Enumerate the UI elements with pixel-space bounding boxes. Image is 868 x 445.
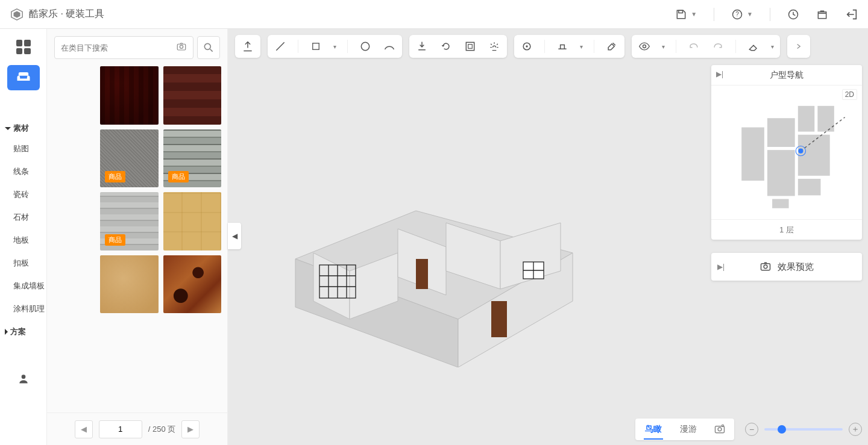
svg-rect-2 xyxy=(679,10,683,13)
help-menu-button[interactable]: ? ▼ xyxy=(731,8,753,20)
chevron-down-icon: ▼ xyxy=(691,11,697,17)
material-tile[interactable] xyxy=(163,255,222,314)
zoom-control: − ＋ xyxy=(745,423,862,436)
material-tile[interactable]: 商品 xyxy=(163,129,222,188)
panel-collapse-button[interactable]: ▶| xyxy=(716,70,723,78)
product-badge: 商品 xyxy=(105,171,125,182)
svg-point-43 xyxy=(718,427,722,431)
floorplan-nav-panel: ▶| 户型导航 2D 1 层 xyxy=(711,65,862,240)
category-item[interactable]: 涂料肌理 xyxy=(5,297,47,320)
material-tile[interactable]: 商品 xyxy=(100,129,159,188)
svg-rect-26 xyxy=(416,259,428,289)
pager: ◀ / 250 页 ▶ xyxy=(47,412,227,445)
svg-text:?: ? xyxy=(735,11,739,17)
category-item[interactable]: 集成墙板 xyxy=(5,275,47,297)
chevron-down-icon[interactable]: ▾ xyxy=(333,43,336,50)
erase-icon[interactable] xyxy=(747,40,760,53)
search-input[interactable] xyxy=(61,43,176,52)
tool-group-shapes: ▾ xyxy=(268,35,402,58)
brand: 酷家乐 · 硬装工具 xyxy=(10,7,104,22)
texture-swatch xyxy=(100,255,159,314)
floorplan-minimap[interactable]: 2D xyxy=(711,86,862,219)
category-item[interactable]: 扣板 xyxy=(5,252,47,275)
arc-tool-icon[interactable] xyxy=(383,40,396,53)
texture-swatch xyxy=(100,66,159,125)
save-menu-button[interactable]: ▼ xyxy=(675,8,697,20)
svg-point-41 xyxy=(764,264,767,268)
target-tool-icon[interactable] xyxy=(520,40,533,53)
category-item[interactable]: 瓷砖 xyxy=(5,183,47,206)
zoom-out-button[interactable]: − xyxy=(745,423,758,436)
collapse-sidebar-button[interactable]: ◀ xyxy=(228,223,241,249)
circle-tool-icon[interactable] xyxy=(359,40,372,53)
undo-icon[interactable] xyxy=(687,40,700,53)
svg-rect-35 xyxy=(817,105,835,132)
top-bar: 酷家乐 · 硬装工具 ▼ ? ▼ xyxy=(0,0,868,29)
material-tile[interactable] xyxy=(100,66,159,125)
category-header-material[interactable]: 素材 xyxy=(5,119,47,137)
search-box[interactable] xyxy=(54,36,193,59)
brand-logo-icon xyxy=(10,7,24,22)
dashboard-button[interactable] xyxy=(16,40,31,54)
effect-preview-panel[interactable]: ▶| 效果预览 xyxy=(711,253,862,281)
camera-icon[interactable] xyxy=(176,41,187,54)
canvas-toolbar: ▾ ▾ ▾ ▾ xyxy=(235,35,861,58)
panel-collapse-button[interactable]: ▶| xyxy=(717,263,725,271)
line-tool-icon[interactable] xyxy=(274,40,287,53)
caret-down-icon xyxy=(5,127,11,130)
category-header-scheme[interactable]: 方案 xyxy=(5,320,47,341)
material-tile[interactable]: 商品 xyxy=(100,192,159,251)
material-tile[interactable] xyxy=(163,192,222,251)
eye-icon[interactable] xyxy=(638,40,651,53)
next-page-button[interactable]: ▶ xyxy=(181,420,200,438)
category-item[interactable]: 线条 xyxy=(5,160,47,183)
tab-walkthrough[interactable]: 漫游 xyxy=(679,419,698,440)
grid-icon xyxy=(16,40,31,54)
material-tile[interactable] xyxy=(100,255,159,314)
exit-button[interactable] xyxy=(845,8,858,21)
upload-icon[interactable] xyxy=(241,40,254,53)
product-badge: 商品 xyxy=(168,171,189,182)
rotate-tool-icon[interactable] xyxy=(439,40,453,53)
svg-point-38 xyxy=(798,149,803,154)
tool-group-more[interactable] xyxy=(787,35,810,58)
frame-tool-icon[interactable] xyxy=(464,40,477,53)
camera-icon xyxy=(760,260,772,274)
rect-tool-icon[interactable] xyxy=(309,40,322,53)
redo-icon[interactable] xyxy=(711,40,725,53)
drop-tool-icon[interactable] xyxy=(415,40,429,53)
search-button[interactable] xyxy=(197,36,220,59)
svg-point-17 xyxy=(643,45,646,48)
zoom-thumb[interactable] xyxy=(778,425,786,434)
svg-point-7 xyxy=(21,375,25,379)
package-button[interactable] xyxy=(816,8,828,20)
paint-tool-icon[interactable] xyxy=(605,40,618,53)
chevron-down-icon[interactable]: ▾ xyxy=(662,43,665,50)
category-item[interactable]: 地板 xyxy=(5,229,47,252)
divider xyxy=(714,8,714,21)
more-icon[interactable] xyxy=(792,40,805,53)
bottom-bar: 鸟瞰 漫游 − ＋ xyxy=(591,417,862,441)
zoom-slider[interactable] xyxy=(764,428,843,431)
svg-rect-33 xyxy=(797,105,816,132)
chevron-down-icon[interactable]: ▾ xyxy=(771,43,774,50)
user-button[interactable] xyxy=(0,373,46,385)
texture-swatch xyxy=(163,66,222,125)
light-tool-icon[interactable] xyxy=(488,40,501,53)
snapshot-button[interactable] xyxy=(714,423,726,437)
zoom-in-button[interactable]: ＋ xyxy=(849,423,862,436)
page-total: / 250 页 xyxy=(148,424,176,435)
floor-label[interactable]: 1 层 xyxy=(711,219,862,240)
tab-birdview[interactable]: 鸟瞰 xyxy=(644,419,663,440)
prev-page-button[interactable]: ◀ xyxy=(75,420,93,438)
category-item[interactable]: 贴图 xyxy=(5,137,47,160)
material-library-button[interactable] xyxy=(7,65,40,90)
chevron-down-icon: ▼ xyxy=(747,11,753,17)
chevron-down-icon[interactable]: ▾ xyxy=(580,43,583,50)
align-tool-icon[interactable] xyxy=(556,40,569,53)
page-input[interactable] xyxy=(99,420,142,438)
svg-rect-11 xyxy=(313,43,319,50)
material-tile[interactable] xyxy=(163,66,222,125)
history-button[interactable] xyxy=(787,8,799,20)
category-item[interactable]: 石材 xyxy=(5,206,47,229)
